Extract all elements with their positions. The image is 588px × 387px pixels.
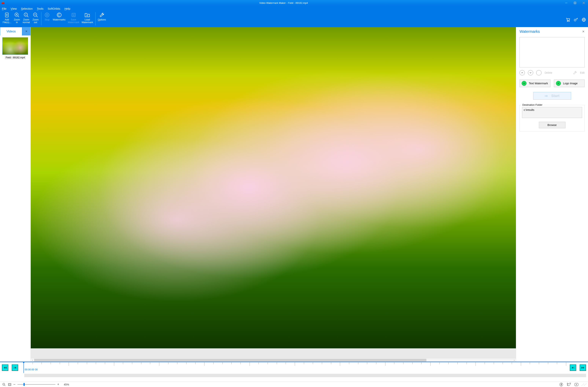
save-watermark-button: W Save Watermark <box>66 12 81 26</box>
step-back-button[interactable] <box>12 365 18 371</box>
zoom-in-icon <box>14 12 20 18</box>
svg-rect-45 <box>8 383 11 386</box>
scroll-right-icon[interactable]: › <box>512 359 516 361</box>
move-down-button[interactable] <box>528 70 533 75</box>
menu-bar: File View Selection Tools SoftOrbits Hel… <box>0 6 588 11</box>
watermarks-list[interactable] <box>520 37 585 67</box>
zoom-normal-button[interactable]: 1 Zoom normal <box>21 12 31 26</box>
timecode-label: 00:00:00 00 <box>25 368 38 371</box>
move-up-button[interactable] <box>520 70 525 75</box>
menu-selection[interactable]: Selection <box>21 7 33 10</box>
destination-folder-label: Destination Folder <box>522 103 543 106</box>
twitter-icon[interactable] <box>567 383 571 387</box>
title-bar: Video Watermark Maker - Field - 89182.mp… <box>0 0 588 6</box>
svg-point-28 <box>574 19 576 21</box>
svg-marker-37 <box>14 367 16 369</box>
step-forward-button[interactable] <box>570 365 576 371</box>
stop-button: Stop <box>42 12 52 26</box>
youtube-icon[interactable] <box>574 383 579 387</box>
scroll-left-icon[interactable]: ‹ <box>31 359 34 361</box>
svg-rect-1 <box>2 1 3 2</box>
svg-marker-49 <box>576 384 577 385</box>
text-watermark-button[interactable]: + Text Watermark <box>520 79 550 87</box>
menu-help[interactable]: Help <box>64 7 70 10</box>
zoom-slider[interactable] <box>18 384 55 385</box>
resize-grip[interactable]: ⋰⋰ <box>582 383 586 386</box>
menu-softorbits[interactable]: SoftOrbits <box>48 7 60 10</box>
start-button: ⇒ Start <box>533 92 571 100</box>
svg-marker-38 <box>572 367 574 369</box>
svg-line-15 <box>27 16 28 17</box>
videos-tab-close-button[interactable]: × <box>22 27 31 36</box>
window-minimize-button[interactable] <box>562 0 570 6</box>
video-list-item[interactable]: Field - 89182.mp4 <box>2 37 28 59</box>
video-item-label: Field - 89182.mp4 <box>5 56 26 59</box>
zoom-percent-label: 45% <box>64 383 69 386</box>
edit-watermark-label: Edit <box>580 71 585 74</box>
svg-rect-2 <box>3 1 4 2</box>
svg-point-20 <box>45 13 49 17</box>
arrow-right-icon: ⇒ <box>545 94 548 98</box>
scrollbar-thumb[interactable] <box>34 359 426 361</box>
wrench-icon <box>99 12 105 18</box>
svg-rect-4 <box>574 2 576 4</box>
timeline-ruler[interactable]: 00:00:00 00 <box>23 362 566 373</box>
svg-line-11 <box>18 16 19 17</box>
browse-button[interactable]: Browse <box>539 122 566 128</box>
window-maximize-button[interactable] <box>570 0 579 6</box>
playhead[interactable] <box>23 362 24 373</box>
zoom-reset-icon[interactable]: 1 <box>2 383 6 387</box>
logo-image-button[interactable]: + Logo Image <box>554 79 585 87</box>
status-bar: 1 − + 45% ⋰⋰ <box>0 382 588 387</box>
empty-circle-button[interactable] <box>536 70 542 75</box>
zoom-plus-button[interactable]: + <box>57 383 59 387</box>
rewind-to-start-button[interactable] <box>2 365 8 371</box>
zoom-in-button[interactable]: Zoom in <box>12 12 21 26</box>
key-icon[interactable] <box>574 18 578 22</box>
svg-point-22 <box>57 13 61 17</box>
delete-watermark-label: Delete <box>545 71 552 74</box>
timeline-scrub-track[interactable] <box>24 374 586 377</box>
svg-marker-34 <box>5 367 7 369</box>
copyright-icon <box>57 12 62 18</box>
svg-marker-40 <box>581 367 583 369</box>
svg-line-18 <box>36 16 38 17</box>
watermarks-button[interactable]: Watermarks <box>52 12 66 26</box>
add-file-icon <box>4 12 9 18</box>
window-close-button[interactable] <box>579 0 588 6</box>
videos-tab[interactable]: Videos <box>0 27 22 36</box>
plus-icon: + <box>556 81 561 86</box>
zoom-minus-button[interactable]: − <box>13 382 16 387</box>
watermarks-panel: Watermarks ✕ Delete Edit + Text Watermar… <box>516 27 588 362</box>
load-watermark-icon: W <box>84 12 90 18</box>
preview-horizontal-scrollbar[interactable]: ‹ › <box>31 358 516 362</box>
menu-view[interactable]: View <box>11 7 17 10</box>
options-button[interactable]: Options <box>97 12 107 26</box>
destination-folder-group: Destination Folder Browse <box>520 105 585 132</box>
fast-forward-to-end-button[interactable] <box>580 365 586 371</box>
watermarks-panel-close-button[interactable]: ✕ <box>582 30 585 33</box>
load-watermark-button[interactable]: W Load Watermark <box>81 12 94 26</box>
add-files-button[interactable]: Add File(s)... <box>1 12 12 26</box>
menu-file[interactable]: File <box>2 7 6 10</box>
svg-text:W: W <box>86 15 88 17</box>
svg-text:1: 1 <box>3 383 4 385</box>
svg-rect-39 <box>574 367 574 369</box>
preview-image <box>31 27 516 348</box>
fit-to-screen-icon[interactable] <box>8 383 12 387</box>
stop-icon <box>44 12 50 18</box>
video-thumbnail[interactable] <box>2 37 28 55</box>
zoom-slider-handle[interactable] <box>23 383 25 386</box>
zoom-normal-icon: 1 <box>23 12 29 18</box>
videos-panel: Videos × Field - 89182.mp4 <box>0 27 31 362</box>
zoom-out-button[interactable]: Zoom out <box>31 12 40 26</box>
globe-icon[interactable] <box>582 18 586 22</box>
destination-folder-input[interactable] <box>522 107 582 118</box>
svg-marker-41 <box>583 367 584 369</box>
svg-line-30 <box>577 19 578 19</box>
facebook-icon[interactable] <box>559 383 563 387</box>
menu-tools[interactable]: Tools <box>37 7 43 10</box>
cart-icon[interactable] <box>566 18 570 22</box>
svg-rect-36 <box>14 367 14 369</box>
preview-area: ‹ › <box>31 27 516 362</box>
